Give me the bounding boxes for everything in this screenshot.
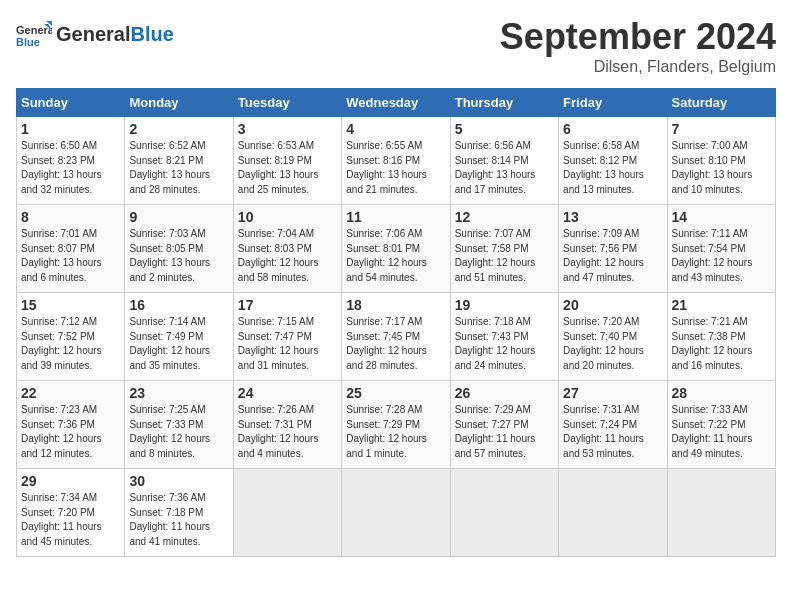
day-number: 7 xyxy=(672,121,771,137)
day-info: Sunrise: 7:06 AM Sunset: 8:01 PM Dayligh… xyxy=(346,227,445,285)
calendar-cell: 1Sunrise: 6:50 AM Sunset: 8:23 PM Daylig… xyxy=(17,117,125,205)
calendar-cell: 20Sunrise: 7:20 AM Sunset: 7:40 PM Dayli… xyxy=(559,293,667,381)
calendar-week-row: 8Sunrise: 7:01 AM Sunset: 8:07 PM Daylig… xyxy=(17,205,776,293)
calendar-cell: 14Sunrise: 7:11 AM Sunset: 7:54 PM Dayli… xyxy=(667,205,775,293)
weekday-header: Monday xyxy=(125,89,233,117)
calendar-cell: 10Sunrise: 7:04 AM Sunset: 8:03 PM Dayli… xyxy=(233,205,341,293)
day-number: 5 xyxy=(455,121,554,137)
logo-general: General xyxy=(56,23,130,45)
calendar-cell xyxy=(342,469,450,557)
day-info: Sunrise: 7:18 AM Sunset: 7:43 PM Dayligh… xyxy=(455,315,554,373)
day-number: 11 xyxy=(346,209,445,225)
calendar-week-row: 22Sunrise: 7:23 AM Sunset: 7:36 PM Dayli… xyxy=(17,381,776,469)
day-info: Sunrise: 7:11 AM Sunset: 7:54 PM Dayligh… xyxy=(672,227,771,285)
day-info: Sunrise: 7:31 AM Sunset: 7:24 PM Dayligh… xyxy=(563,403,662,461)
day-number: 30 xyxy=(129,473,228,489)
calendar-cell: 5Sunrise: 6:56 AM Sunset: 8:14 PM Daylig… xyxy=(450,117,558,205)
day-info: Sunrise: 7:12 AM Sunset: 7:52 PM Dayligh… xyxy=(21,315,120,373)
calendar-cell: 25Sunrise: 7:28 AM Sunset: 7:29 PM Dayli… xyxy=(342,381,450,469)
day-info: Sunrise: 7:28 AM Sunset: 7:29 PM Dayligh… xyxy=(346,403,445,461)
day-number: 3 xyxy=(238,121,337,137)
day-info: Sunrise: 7:15 AM Sunset: 7:47 PM Dayligh… xyxy=(238,315,337,373)
day-info: Sunrise: 6:55 AM Sunset: 8:16 PM Dayligh… xyxy=(346,139,445,197)
weekday-header: Wednesday xyxy=(342,89,450,117)
calendar-cell: 15Sunrise: 7:12 AM Sunset: 7:52 PM Dayli… xyxy=(17,293,125,381)
calendar-cell: 3Sunrise: 6:53 AM Sunset: 8:19 PM Daylig… xyxy=(233,117,341,205)
calendar-cell: 6Sunrise: 6:58 AM Sunset: 8:12 PM Daylig… xyxy=(559,117,667,205)
calendar-cell: 21Sunrise: 7:21 AM Sunset: 7:38 PM Dayli… xyxy=(667,293,775,381)
title-block: September 2024 Dilsen, Flanders, Belgium xyxy=(500,16,776,76)
weekday-header: Saturday xyxy=(667,89,775,117)
day-number: 13 xyxy=(563,209,662,225)
location: Dilsen, Flanders, Belgium xyxy=(500,58,776,76)
page-header: General Blue GeneralBlue September 2024 … xyxy=(16,16,776,76)
day-number: 18 xyxy=(346,297,445,313)
calendar-cell: 30Sunrise: 7:36 AM Sunset: 7:18 PM Dayli… xyxy=(125,469,233,557)
weekday-header: Thursday xyxy=(450,89,558,117)
calendar-cell xyxy=(450,469,558,557)
day-info: Sunrise: 7:20 AM Sunset: 7:40 PM Dayligh… xyxy=(563,315,662,373)
calendar-cell: 12Sunrise: 7:07 AM Sunset: 7:58 PM Dayli… xyxy=(450,205,558,293)
calendar-table: SundayMondayTuesdayWednesdayThursdayFrid… xyxy=(16,88,776,557)
calendar-cell: 16Sunrise: 7:14 AM Sunset: 7:49 PM Dayli… xyxy=(125,293,233,381)
calendar-week-row: 15Sunrise: 7:12 AM Sunset: 7:52 PM Dayli… xyxy=(17,293,776,381)
svg-text:Blue: Blue xyxy=(16,36,40,48)
day-number: 22 xyxy=(21,385,120,401)
day-info: Sunrise: 7:36 AM Sunset: 7:18 PM Dayligh… xyxy=(129,491,228,549)
calendar-cell: 19Sunrise: 7:18 AM Sunset: 7:43 PM Dayli… xyxy=(450,293,558,381)
day-info: Sunrise: 7:29 AM Sunset: 7:27 PM Dayligh… xyxy=(455,403,554,461)
day-info: Sunrise: 7:00 AM Sunset: 8:10 PM Dayligh… xyxy=(672,139,771,197)
calendar-cell: 8Sunrise: 7:01 AM Sunset: 8:07 PM Daylig… xyxy=(17,205,125,293)
day-info: Sunrise: 7:34 AM Sunset: 7:20 PM Dayligh… xyxy=(21,491,120,549)
weekday-header: Friday xyxy=(559,89,667,117)
logo-icon: General Blue xyxy=(16,16,52,52)
day-number: 12 xyxy=(455,209,554,225)
day-number: 8 xyxy=(21,209,120,225)
header-row: SundayMondayTuesdayWednesdayThursdayFrid… xyxy=(17,89,776,117)
calendar-cell: 24Sunrise: 7:26 AM Sunset: 7:31 PM Dayli… xyxy=(233,381,341,469)
day-number: 27 xyxy=(563,385,662,401)
day-number: 1 xyxy=(21,121,120,137)
day-number: 21 xyxy=(672,297,771,313)
day-info: Sunrise: 7:26 AM Sunset: 7:31 PM Dayligh… xyxy=(238,403,337,461)
day-number: 25 xyxy=(346,385,445,401)
day-number: 16 xyxy=(129,297,228,313)
calendar-week-row: 1Sunrise: 6:50 AM Sunset: 8:23 PM Daylig… xyxy=(17,117,776,205)
day-info: Sunrise: 7:14 AM Sunset: 7:49 PM Dayligh… xyxy=(129,315,228,373)
calendar-cell: 27Sunrise: 7:31 AM Sunset: 7:24 PM Dayli… xyxy=(559,381,667,469)
weekday-header: Tuesday xyxy=(233,89,341,117)
day-number: 26 xyxy=(455,385,554,401)
logo: General Blue GeneralBlue xyxy=(16,16,174,52)
day-info: Sunrise: 7:01 AM Sunset: 8:07 PM Dayligh… xyxy=(21,227,120,285)
calendar-cell: 4Sunrise: 6:55 AM Sunset: 8:16 PM Daylig… xyxy=(342,117,450,205)
day-number: 6 xyxy=(563,121,662,137)
day-info: Sunrise: 6:56 AM Sunset: 8:14 PM Dayligh… xyxy=(455,139,554,197)
day-info: Sunrise: 6:52 AM Sunset: 8:21 PM Dayligh… xyxy=(129,139,228,197)
day-number: 15 xyxy=(21,297,120,313)
day-number: 24 xyxy=(238,385,337,401)
day-number: 9 xyxy=(129,209,228,225)
day-number: 17 xyxy=(238,297,337,313)
month-title: September 2024 xyxy=(500,16,776,58)
day-info: Sunrise: 7:23 AM Sunset: 7:36 PM Dayligh… xyxy=(21,403,120,461)
day-info: Sunrise: 6:58 AM Sunset: 8:12 PM Dayligh… xyxy=(563,139,662,197)
calendar-cell: 28Sunrise: 7:33 AM Sunset: 7:22 PM Dayli… xyxy=(667,381,775,469)
day-info: Sunrise: 7:09 AM Sunset: 7:56 PM Dayligh… xyxy=(563,227,662,285)
day-info: Sunrise: 7:33 AM Sunset: 7:22 PM Dayligh… xyxy=(672,403,771,461)
day-info: Sunrise: 7:17 AM Sunset: 7:45 PM Dayligh… xyxy=(346,315,445,373)
calendar-cell: 2Sunrise: 6:52 AM Sunset: 8:21 PM Daylig… xyxy=(125,117,233,205)
day-number: 28 xyxy=(672,385,771,401)
day-number: 29 xyxy=(21,473,120,489)
day-info: Sunrise: 6:50 AM Sunset: 8:23 PM Dayligh… xyxy=(21,139,120,197)
day-number: 4 xyxy=(346,121,445,137)
calendar-week-row: 29Sunrise: 7:34 AM Sunset: 7:20 PM Dayli… xyxy=(17,469,776,557)
calendar-cell: 17Sunrise: 7:15 AM Sunset: 7:47 PM Dayli… xyxy=(233,293,341,381)
day-number: 23 xyxy=(129,385,228,401)
calendar-cell xyxy=(233,469,341,557)
calendar-cell: 18Sunrise: 7:17 AM Sunset: 7:45 PM Dayli… xyxy=(342,293,450,381)
day-info: Sunrise: 7:25 AM Sunset: 7:33 PM Dayligh… xyxy=(129,403,228,461)
logo-blue: Blue xyxy=(130,23,173,45)
day-number: 19 xyxy=(455,297,554,313)
day-info: Sunrise: 7:04 AM Sunset: 8:03 PM Dayligh… xyxy=(238,227,337,285)
calendar-cell: 26Sunrise: 7:29 AM Sunset: 7:27 PM Dayli… xyxy=(450,381,558,469)
